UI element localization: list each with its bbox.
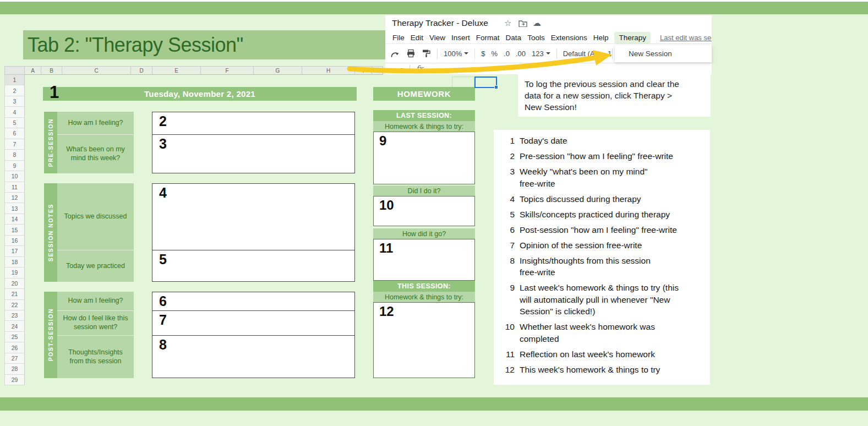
menu-item-new-session[interactable]: New Session <box>629 50 672 58</box>
grid-cell[interactable] <box>452 77 474 88</box>
star-icon[interactable]: ☆ <box>504 18 511 28</box>
menu-extensions[interactable]: Extensions <box>551 34 587 42</box>
selected-cell[interactable] <box>474 77 497 88</box>
column-header-H[interactable]: H <box>302 66 355 75</box>
row-header-10[interactable]: 10 <box>5 171 25 182</box>
row-header-1[interactable]: 1 <box>5 75 25 85</box>
column-header-B[interactable]: B <box>41 66 62 75</box>
menu-help[interactable]: Help <box>593 34 609 42</box>
homework-header-cell[interactable]: HOMEWORK <box>373 87 475 101</box>
row-header-18[interactable]: 18 <box>5 257 25 267</box>
column-header-C[interactable]: C <box>62 66 131 75</box>
cell-box-4[interactable]: 4 <box>152 183 355 250</box>
last-session-header[interactable]: LAST SESSION: <box>373 110 475 121</box>
row-header-22[interactable]: 22 <box>5 300 25 310</box>
format-currency-button[interactable]: $ <box>481 50 485 58</box>
row-header-3[interactable]: 3 <box>5 96 25 107</box>
cell-box-11[interactable]: 11 <box>373 239 475 281</box>
more-formats-button[interactable]: 123 <box>532 50 550 58</box>
row-header-13[interactable]: 13 <box>5 203 25 214</box>
pre-session-strip[interactable]: PRE-SESSION <box>44 112 57 173</box>
sheet-corner-box[interactable] <box>4 66 25 75</box>
row-header-26[interactable]: 26 <box>5 342 25 353</box>
cell-box-2[interactable]: 2 <box>152 112 355 135</box>
row-header-16[interactable]: 16 <box>5 236 25 246</box>
session-notes-strip[interactable]: SESSION NOTES <box>44 183 57 282</box>
post-session-strip[interactable]: POST-SESSION <box>44 292 57 378</box>
this-session-header[interactable]: THIS SESSION: <box>373 281 475 292</box>
cell-box-9[interactable]: 9 <box>373 132 475 184</box>
cell-box-8[interactable]: 8 <box>152 335 355 378</box>
row-header-2[interactable]: 2 <box>5 85 25 96</box>
row-header-25[interactable]: 25 <box>5 332 25 342</box>
row-header-14[interactable]: 14 <box>5 214 25 225</box>
menu-insert[interactable]: Insert <box>451 34 470 42</box>
row-header-12[interactable]: 12 <box>5 193 25 203</box>
this-homework-sub[interactable]: Homework & things to try: <box>373 292 475 302</box>
column-header-I[interactable]: I <box>355 66 372 75</box>
name-box-arrow-icon[interactable] <box>400 68 403 70</box>
row-header-4[interactable]: 4 <box>5 107 25 117</box>
column-header-A[interactable]: A <box>25 66 41 75</box>
cell-box-5[interactable]: 5 <box>152 250 355 282</box>
row-header-7[interactable]: 7 <box>5 139 25 150</box>
menu-data[interactable]: Data <box>506 34 522 42</box>
fill-handle[interactable] <box>494 85 498 89</box>
paint-format-icon[interactable] <box>422 49 431 58</box>
last-homework-sub[interactable]: Homework & things to try: <box>373 121 475 132</box>
label-topics-we-discussed[interactable]: Topics we discussed <box>57 183 134 250</box>
row-header-24[interactable]: 24 <box>5 321 25 331</box>
menu-view[interactable]: View <box>429 34 445 42</box>
label-whats-been-on-my-mind[interactable]: What's been on my mind this week? <box>57 135 134 173</box>
cloud-status-icon[interactable]: ☁ <box>533 18 541 28</box>
last-edit-link[interactable]: Last edit was seco <box>660 34 712 42</box>
label-today-we-practiced[interactable]: Today we practiced <box>57 250 134 282</box>
row-header-9[interactable]: 9 <box>5 161 25 171</box>
move-folder-icon[interactable] <box>518 20 527 27</box>
menu-tools[interactable]: Tools <box>527 34 545 42</box>
increase-decimal-button[interactable]: .00 <box>516 50 526 58</box>
label-how-session-went[interactable]: How do I feel like this session went? <box>57 311 134 336</box>
menu-file[interactable]: File <box>392 34 405 42</box>
formula-bar[interactable]: fx <box>385 63 712 74</box>
date-cell[interactable]: Tuesday, November 2, 2021 <box>43 87 357 101</box>
decrease-decimal-button[interactable]: .0 <box>504 50 510 58</box>
row-header-8[interactable]: 8 <box>5 150 25 160</box>
column-header-partial[interactable] <box>372 66 383 75</box>
row-header-19[interactable]: 19 <box>5 267 25 278</box>
row-header-6[interactable]: 6 <box>5 128 25 139</box>
cell-box-12[interactable]: 12 <box>373 302 475 378</box>
font-select[interactable]: Default (Ari… <box>563 50 606 58</box>
label-thoughts-insights[interactable]: Thoughts/Insights from this session <box>57 336 134 378</box>
row-header-21[interactable]: 21 <box>5 289 25 299</box>
label-how-am-i-feeling-post[interactable]: How am I feeling? <box>57 292 134 311</box>
cell-box-10[interactable]: 10 <box>373 196 475 226</box>
print-icon[interactable] <box>406 49 416 58</box>
row-header-5[interactable]: 5 <box>5 118 25 128</box>
format-percent-button[interactable]: % <box>491 50 498 58</box>
doc-title[interactable]: Therapy Tracker - Deluxe <box>392 18 488 28</box>
menu-therapy[interactable]: Therapy <box>614 32 651 43</box>
zoom-select[interactable]: 100% <box>444 50 468 58</box>
cell-box-7[interactable]: 7 <box>152 310 355 336</box>
row-header-20[interactable]: 20 <box>5 278 25 289</box>
column-header-E[interactable]: E <box>152 66 201 75</box>
row-header-15[interactable]: 15 <box>5 225 25 235</box>
cell-box-6[interactable]: 6 <box>152 292 355 311</box>
row-header-17[interactable]: 17 <box>5 246 25 256</box>
redo-icon[interactable] <box>390 50 400 58</box>
how-did-it-go-sub[interactable]: How did it go? <box>373 228 475 239</box>
column-header-D[interactable]: D <box>131 66 152 75</box>
menu-edit[interactable]: Edit <box>411 34 423 42</box>
column-header-G[interactable]: G <box>254 66 302 75</box>
column-header-F[interactable]: F <box>201 66 254 75</box>
menu-format[interactable]: Format <box>476 34 500 42</box>
font-size-field[interactable]: 1 <box>608 50 612 58</box>
cell-box-3[interactable]: 3 <box>152 134 355 173</box>
row-header-23[interactable]: 23 <box>5 310 25 321</box>
row-header-28[interactable]: 28 <box>5 364 25 374</box>
label-how-am-i-feeling-pre[interactable]: How am I feeling? <box>57 112 134 135</box>
row-header-27[interactable]: 27 <box>5 353 25 364</box>
row-header-29[interactable]: 29 <box>5 375 25 385</box>
did-i-do-it-sub[interactable]: Did I do it? <box>373 185 475 196</box>
